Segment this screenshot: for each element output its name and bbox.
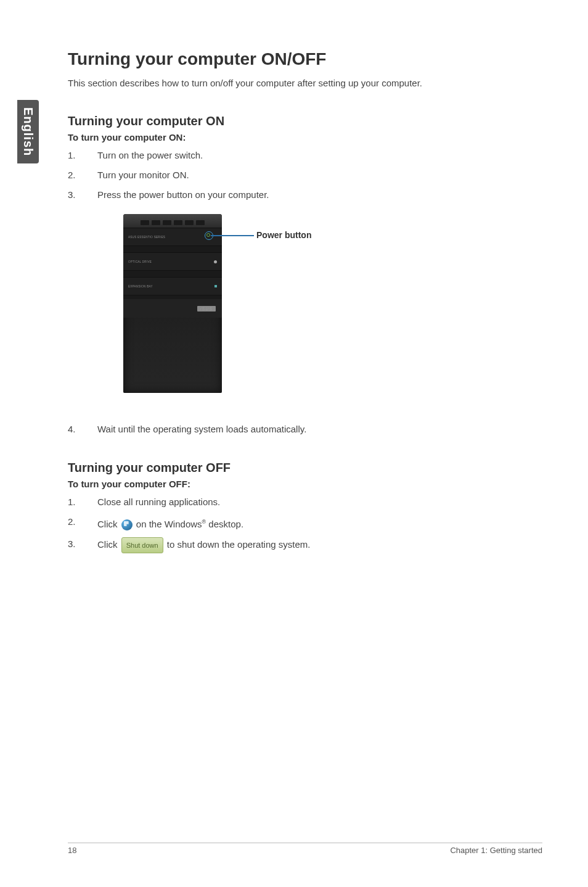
- brand-panel: ASUS ESSENTIO SERIES: [123, 228, 222, 246]
- intro-text: This section describes how to turn on/of…: [68, 78, 542, 88]
- asus-logo: /SUS: [197, 306, 216, 311]
- page-title: Turning your computer ON/OFF: [68, 49, 542, 69]
- windows-start-icon: [121, 519, 133, 530]
- section-off-subhead: To turn your computer OFF:: [68, 479, 542, 489]
- optical-drive-panel: OPTICAL DRIVE: [123, 252, 222, 271]
- eject-icon: [214, 260, 217, 263]
- tower-top-vents: [123, 214, 222, 228]
- on-steps-list: Turn on the power switch. Turn your moni…: [68, 149, 542, 202]
- list-item: Click on the Windows® desktop.: [68, 515, 542, 531]
- led-icon: [214, 285, 217, 287]
- list-item: Turn on the power switch.: [68, 149, 542, 162]
- chapter-label: Chapter 1: Getting started: [450, 846, 542, 855]
- computer-tower: ASUS ESSENTIO SERIES OPTICAL DRIVE EXPAN…: [123, 214, 222, 393]
- page-footer: 18 Chapter 1: Getting started: [68, 843, 542, 855]
- section-on-subhead: To turn your computer ON:: [68, 132, 542, 142]
- section-off-heading: Turning your computer OFF: [68, 461, 542, 475]
- language-tab: English: [17, 100, 39, 163]
- step2-text-a: Click: [97, 519, 120, 529]
- expansion-label: EXPANSION BAY: [128, 285, 153, 288]
- off-section: Turning your computer OFF To turn your c…: [68, 461, 542, 553]
- brand-series-label: ASUS ESSENTIO SERIES: [128, 236, 165, 239]
- callout-line: [211, 235, 254, 236]
- step2-text-c: desktop.: [206, 519, 243, 529]
- optical-label: OPTICAL DRIVE: [128, 260, 152, 263]
- shutdown-button-icon: Shut down: [121, 537, 163, 553]
- page-content: Turning your computer ON/OFF This sectio…: [68, 49, 542, 566]
- on-step4-list: Wait until the operating system loads au…: [68, 423, 542, 436]
- page-number: 18: [68, 846, 76, 855]
- step2-text-b: on the Windows: [134, 519, 202, 529]
- expansion-bay-panel: EXPANSION BAY: [123, 277, 222, 295]
- logo-panel: /SUS: [123, 299, 222, 318]
- list-item: Turn your monitor ON.: [68, 168, 542, 182]
- power-button: [205, 231, 216, 242]
- list-item: Press the power button on your computer.: [68, 188, 542, 202]
- off-steps-list: Close all running applications. Click on…: [68, 495, 542, 553]
- computer-figure: ASUS ESSENTIO SERIES OPTICAL DRIVE EXPAN…: [123, 214, 370, 405]
- power-button-label: Power button: [256, 230, 311, 240]
- step3-text-c: to shut down the operating system.: [165, 539, 311, 550]
- list-item: Close all running applications.: [68, 495, 542, 509]
- list-item: Click Shut down to shut down the operati…: [68, 537, 542, 553]
- list-item: Wait until the operating system loads au…: [68, 423, 542, 436]
- section-on-heading: Turning your computer ON: [68, 114, 542, 128]
- step3-text-a: Click: [97, 539, 120, 550]
